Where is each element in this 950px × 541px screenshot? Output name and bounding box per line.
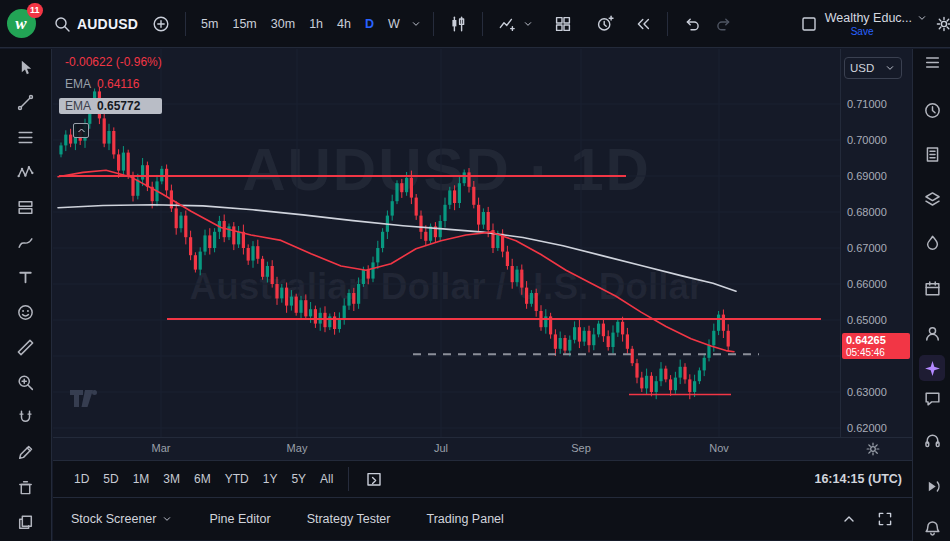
bar-replay-button[interactable]: [627, 7, 659, 41]
range-6m-button[interactable]: 6M: [187, 469, 218, 489]
timeframe-w[interactable]: W: [381, 9, 407, 39]
streams-panel[interactable]: [919, 473, 945, 499]
tab-strategy-tester[interactable]: Strategy Tester: [307, 512, 391, 526]
currency-dropdown[interactable]: USD: [844, 57, 902, 79]
range-1m-button[interactable]: 1M: [126, 469, 157, 489]
ai-assistant-panel[interactable]: [919, 355, 945, 381]
tab-trading-panel[interactable]: Trading Panel: [426, 512, 503, 526]
tab-pine-editor[interactable]: Pine Editor: [209, 512, 270, 526]
tradingview-logo-icon[interactable]: [69, 389, 99, 411]
tab-stock-screener[interactable]: Stock Screener: [71, 512, 173, 526]
fib-retracement-tool[interactable]: [12, 123, 40, 151]
create-alert-button[interactable]: [589, 7, 621, 41]
timeframe-30m[interactable]: 30m: [264, 9, 302, 39]
range-1y-button[interactable]: 1Y: [256, 469, 285, 489]
trash-icon: [16, 478, 35, 497]
hotlists-panel[interactable]: [919, 230, 945, 256]
range-1d-button[interactable]: 1D: [67, 469, 96, 489]
last-price-label: 0.64265 05:45:46: [842, 333, 910, 359]
drawing-templates-tool[interactable]: [12, 508, 40, 536]
range-3m-button[interactable]: 3M: [156, 469, 187, 489]
community-panel[interactable]: [919, 320, 945, 346]
calendar-panel[interactable]: [919, 275, 945, 301]
brush-tool[interactable]: [12, 228, 40, 256]
position-tool[interactable]: [12, 193, 40, 221]
candlestick-chart[interactable]: [53, 49, 840, 437]
multichart-layout-button[interactable]: [547, 7, 579, 41]
object-tree-panel[interactable]: [919, 186, 945, 212]
toolbar-separator: [348, 467, 349, 491]
save-layout-link[interactable]: Save: [851, 26, 874, 37]
support-panel[interactable]: [919, 427, 945, 453]
undo-button[interactable]: [676, 7, 708, 41]
layout-select-button[interactable]: [793, 7, 825, 41]
arrow-up-box-marker[interactable]: [73, 123, 89, 138]
pattern-tool[interactable]: [12, 158, 40, 186]
position-icon: [16, 198, 35, 217]
cursor-icon: [16, 58, 35, 77]
range-all-button[interactable]: All: [313, 469, 340, 489]
ruler-icon: [16, 338, 35, 357]
timeframe-5m[interactable]: 5m: [194, 9, 225, 39]
chevron-down-icon: [916, 12, 928, 24]
timeframe-1h[interactable]: 1h: [302, 9, 330, 39]
main-menu-button[interactable]: w 11: [0, 0, 42, 48]
drawing-mode-tool[interactable]: [12, 438, 40, 466]
layout-square-icon: [800, 15, 818, 33]
range-5y-button[interactable]: 5Y: [284, 469, 313, 489]
symbol-name: AUDUSD: [77, 16, 138, 32]
fib-icon: [16, 128, 35, 147]
range-ytd-button[interactable]: YTD: [218, 469, 256, 489]
notifications-panel[interactable]: [919, 515, 945, 541]
timeframe-4h[interactable]: 4h: [330, 9, 358, 39]
redo-arrow-icon: [715, 15, 733, 33]
text-tool[interactable]: [12, 263, 40, 291]
alerts-panel[interactable]: [919, 97, 945, 123]
undo-arrow-icon: [683, 15, 701, 33]
calendar-icon: [923, 279, 942, 298]
zoom-in-tool[interactable]: [12, 368, 40, 396]
layout-name-text: Wealthy Educ...: [825, 11, 912, 25]
go-to-date-icon[interactable]: [365, 470, 383, 488]
price-tick-label: 0.67000: [847, 242, 887, 254]
chart-style-button[interactable]: [442, 7, 474, 41]
time-axis-label: Nov: [702, 442, 736, 454]
emoji-tool[interactable]: [12, 298, 40, 326]
axis-settings-gear-icon[interactable]: [865, 441, 881, 457]
plus-circle-icon: [152, 15, 170, 33]
indicators-button[interactable]: [491, 7, 541, 41]
timeframe-menu-button[interactable]: [407, 7, 425, 41]
cursor-tool[interactable]: [12, 53, 40, 81]
chart-pane[interactable]: AUDUSD · 1D Australian Dollar / U.S. Dol…: [53, 49, 840, 437]
maximize-panel-icon[interactable]: [876, 510, 894, 528]
sparkle-icon: [923, 359, 942, 378]
price-tick-label: 0.70000: [847, 134, 887, 146]
watchlist-panel[interactable]: [919, 49, 945, 75]
ema-legend-row[interactable]: EMA0.64116: [65, 77, 162, 91]
price-axis[interactable]: USD 0.64265 05:45:46 0.710000.700000.690…: [840, 49, 912, 437]
remove-drawings-tool[interactable]: [12, 473, 40, 501]
news-panel[interactable]: [919, 141, 945, 167]
timeframe-15m[interactable]: 15m: [225, 9, 263, 39]
price-tick-label: 0.71000: [847, 98, 887, 110]
symbol-search-button[interactable]: AUDUSD: [46, 7, 145, 41]
trend-line-tool[interactable]: [12, 88, 40, 116]
zoom-icon: [16, 373, 35, 392]
layout-name-menu[interactable]: Wealthy Educ... Save: [825, 0, 928, 48]
time-axis[interactable]: MarMayJulSepNov: [53, 437, 912, 460]
ema-legend-row[interactable]: EMA0.65772: [59, 98, 162, 114]
measure-tool[interactable]: [12, 333, 40, 361]
session-clock[interactable]: 16:14:15 (UTC): [814, 472, 902, 486]
price-change-text[interactable]: -0.00622 (-0.96%): [65, 55, 162, 69]
magnet-tool[interactable]: [12, 403, 40, 431]
timeframe-d[interactable]: D: [358, 9, 381, 39]
chat-panel[interactable]: [919, 385, 945, 411]
range-5d-button[interactable]: 5D: [96, 469, 125, 489]
ema-label: EMA: [65, 77, 91, 91]
chart-settings-button[interactable]: [928, 7, 950, 41]
compare-add-symbol-button[interactable]: [145, 7, 177, 41]
candlestick-style-icon: [449, 15, 467, 33]
redo-button[interactable]: [708, 7, 740, 41]
collapse-panel-icon[interactable]: [840, 510, 858, 528]
time-axis-label: May: [280, 442, 314, 454]
